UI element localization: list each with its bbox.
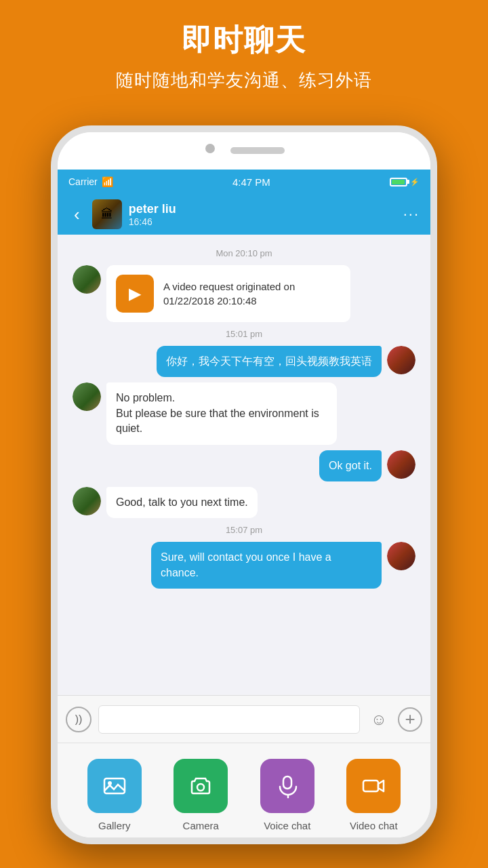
avatar-img-right-3 — [387, 542, 415, 570]
bubble-right-3: Sure, will contact you once I have a cha… — [151, 542, 382, 589]
video-icon-box — [346, 759, 401, 813]
battery-icon — [390, 178, 407, 186]
battery-info: ⚡ — [390, 178, 420, 186]
phone-mockup: Carrier 📶 4:47 PM ⚡ ‹ 🏛 peter liu 16:46 … — [51, 125, 437, 844]
carrier-label: Carrier — [68, 176, 98, 187]
svg-rect-3 — [283, 776, 291, 789]
phone-top-bar — [58, 132, 430, 170]
phone-camera — [205, 144, 215, 153]
toolbar-item-gallery[interactable]: Gallery — [87, 759, 142, 831]
contact-status-time: 16:46 — [129, 216, 403, 227]
message-row-4: Good, talk to you next time. — [67, 487, 421, 518]
bubble-left-2: Good, talk to you next time. — [106, 487, 258, 518]
bubble-right-2: Ok got it. — [319, 450, 382, 481]
voice-chat-label: Voice chat — [264, 820, 310, 831]
back-button[interactable]: ‹ — [68, 201, 85, 228]
video-camera-icon: ▶ — [129, 284, 141, 303]
battery-bolt: ⚡ — [410, 178, 420, 186]
avatar-img-right-1 — [387, 346, 415, 374]
add-button[interactable]: + — [398, 707, 422, 732]
message-row-5: Sure, will contact you once I have a cha… — [67, 542, 421, 589]
video-icon-box: ▶ — [116, 275, 154, 313]
voice-icon-box — [260, 759, 314, 813]
video-request-card: ▶ A video request originated on 01/22/20… — [106, 265, 350, 322]
contact-avatar: 🏛 — [92, 199, 122, 229]
gallery-label: Gallery — [98, 820, 131, 831]
phone-speaker — [230, 147, 285, 154]
toolbar-item-video[interactable]: Video chat — [346, 759, 401, 831]
nav-bar: ‹ 🏛 peter liu 16:46 ··· — [58, 194, 430, 235]
video-chat-icon — [361, 773, 386, 799]
avatar-right-1 — [387, 346, 415, 374]
bubble-right-1: 你好，我今天下午有空，回头视频教我英语 — [157, 346, 382, 377]
camera-icon-box — [174, 759, 228, 813]
avatar-left-2 — [73, 382, 101, 411]
avatar-img-left-1 — [73, 265, 101, 294]
contact-info: peter liu 16:46 — [129, 202, 403, 227]
status-bar: Carrier 📶 4:47 PM ⚡ — [58, 170, 430, 194]
top-title: 即时聊天 — [27, 20, 461, 60]
carrier-info: Carrier 📶 — [68, 176, 113, 187]
toolbar-item-camera[interactable]: Camera — [174, 759, 228, 831]
status-time: 4:47 PM — [113, 176, 390, 188]
voice-input-button[interactable]: )) — [66, 707, 92, 732]
camera-label: Camera — [183, 820, 219, 831]
input-area: )) ☺ + — [58, 695, 430, 743]
message-row-3: Ok got it. — [67, 450, 421, 481]
avatar-img-right-2 — [387, 450, 415, 479]
message-row-video-request: ▶ A video request originated on 01/22/20… — [67, 265, 421, 322]
more-button[interactable]: ··· — [403, 205, 420, 223]
time-divider-2: 15:01 pm — [67, 329, 421, 339]
top-subtitle: 随时随地和学友沟通、练习外语 — [27, 68, 461, 92]
video-chat-label: Video chat — [350, 820, 398, 831]
time-divider-1: Mon 20:10 pm — [67, 248, 421, 258]
avatar-img-left-2 — [73, 382, 101, 411]
message-row-1: 你好，我今天下午有空，回头视频教我英语 — [67, 346, 421, 377]
toolbar-item-voice[interactable]: Voice chat — [260, 759, 314, 831]
microphone-icon — [274, 773, 300, 799]
avatar-left-3 — [73, 487, 101, 515]
gallery-icon — [102, 773, 127, 799]
gallery-icon-box — [87, 759, 142, 813]
avatar-right-3 — [387, 542, 415, 570]
video-request-text: A video request originated on 01/22/2018… — [163, 279, 341, 308]
top-header: 即时聊天 随时随地和学友沟通、练习外语 — [0, 0, 488, 106]
avatar-image: 🏛 — [92, 199, 122, 229]
svg-rect-0 — [104, 778, 125, 793]
avatar-left-1 — [73, 265, 101, 294]
sound-wave-icon: )) — [75, 713, 83, 726]
emoji-button[interactable]: ☺ — [367, 707, 391, 732]
message-input[interactable] — [98, 705, 360, 734]
plus-icon: + — [405, 709, 415, 730]
contact-name: peter liu — [129, 202, 403, 216]
bottom-toolbar: Gallery Camera Voice chat — [58, 743, 430, 844]
svg-point-2 — [197, 784, 204, 791]
avatar-right-2 — [387, 450, 415, 479]
svg-rect-4 — [363, 781, 378, 791]
smiley-icon: ☺ — [371, 710, 388, 729]
bubble-left-1: No problem.But please be sure that the e… — [106, 382, 337, 444]
camera-icon — [188, 773, 214, 799]
wifi-icon: 📶 — [102, 176, 113, 187]
message-row-2: No problem.But please be sure that the e… — [67, 382, 421, 444]
avatar-img-left-3 — [73, 487, 101, 515]
time-divider-3: 15:07 pm — [67, 525, 421, 535]
chat-area: Mon 20:10 pm ▶ A video request originate… — [58, 235, 430, 695]
